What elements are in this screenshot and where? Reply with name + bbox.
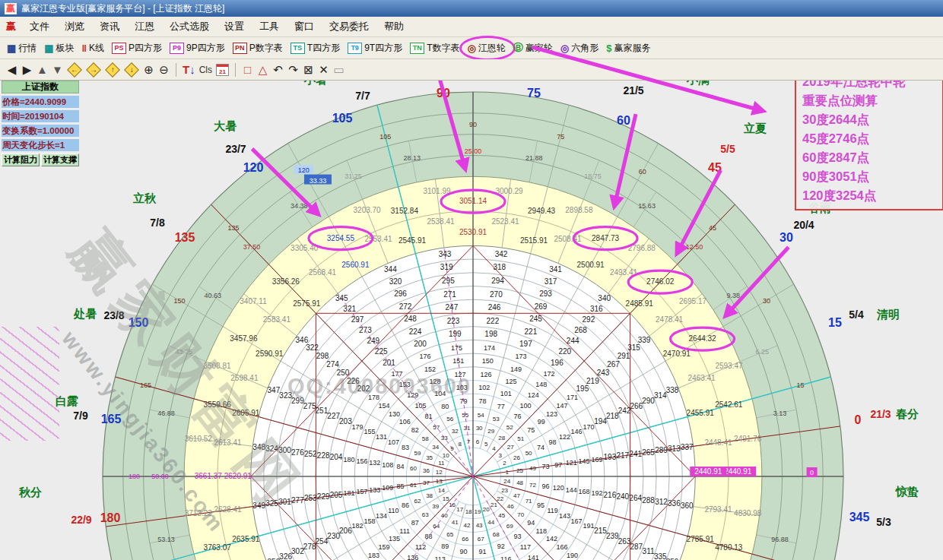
svg-text:147: 147 bbox=[556, 402, 567, 410]
panel-button-1[interactable]: 计算阻力 bbox=[2, 153, 40, 166]
svg-text:37: 37 bbox=[423, 479, 430, 486]
svg-text:312: 312 bbox=[655, 498, 668, 506]
cls-icon[interactable]: Cls bbox=[199, 65, 212, 75]
up-icon[interactable]: ▲ bbox=[37, 63, 48, 76]
svg-text:2568.41: 2568.41 bbox=[309, 268, 337, 277]
toolbar-button-t-square[interactable]: TST四方形 bbox=[288, 41, 342, 55]
svg-text:272: 272 bbox=[399, 302, 412, 311]
rect-tool-icon[interactable]: □ bbox=[242, 63, 253, 76]
svg-text:16: 16 bbox=[449, 501, 456, 508]
svg-text:2440.91: 2440.91 bbox=[694, 467, 722, 476]
screen-icon[interactable]: ▭ bbox=[333, 63, 344, 77]
wheel-outer-label: 立夏 bbox=[743, 122, 767, 134]
toolbar-button-hexagon[interactable]: ◎六角形 bbox=[558, 41, 601, 55]
toolbar-button-winner-wheel[interactable]: Ⓑ赢家轮 bbox=[511, 40, 555, 55]
xbox-icon[interactable]: ⊠ bbox=[303, 63, 314, 77]
annotation-line-7: 120度3254点 bbox=[802, 186, 936, 205]
svg-text:133: 133 bbox=[369, 486, 380, 494]
toolbar-label: 六角形 bbox=[571, 42, 599, 55]
svg-text:337: 337 bbox=[681, 443, 694, 451]
toolbar-button-p-table[interactable]: PNP数字表 bbox=[230, 41, 285, 55]
triangle-tool-icon[interactable]: △ bbox=[257, 63, 268, 77]
panel-button-2[interactable]: 计算支撑 bbox=[41, 153, 79, 166]
diamond-down-icon[interactable]: ↓ bbox=[124, 62, 139, 78]
menu-item-3[interactable]: 资讯 bbox=[92, 20, 127, 33]
svg-text:2485.91: 2485.91 bbox=[626, 299, 654, 308]
instrument-fields: 价格=2440.9099时间=20190104变换系数=1.00000周天变化步… bbox=[2, 96, 79, 151]
svg-text:314: 314 bbox=[654, 391, 667, 400]
svg-text:121: 121 bbox=[566, 459, 577, 467]
svg-text:2644.32: 2644.32 bbox=[689, 334, 717, 343]
hexagon-icon: ◎ bbox=[560, 43, 569, 54]
wheel-outer-label: 0 bbox=[855, 413, 862, 426]
wheel-outer-label: 15 bbox=[828, 316, 842, 329]
toolbar-button-gann-wheel[interactable]: ◎江恩轮 bbox=[465, 41, 508, 55]
svg-text:120: 120 bbox=[553, 484, 564, 492]
svg-text:302: 302 bbox=[291, 547, 304, 555]
annotation-line-4: 45度2746点 bbox=[802, 129, 936, 148]
zoom-in-icon[interactable]: ⊕ bbox=[143, 63, 154, 77]
svg-text:106: 106 bbox=[399, 418, 411, 426]
svg-text:3203.70: 3203.70 bbox=[354, 206, 382, 214]
svg-text:153: 153 bbox=[399, 381, 411, 388]
toolbar-button-kline[interactable]: ‖K线 bbox=[80, 41, 106, 55]
menu-item-2[interactable]: 浏览 bbox=[57, 20, 92, 33]
svg-text:67: 67 bbox=[478, 536, 484, 543]
svg-text:72: 72 bbox=[529, 482, 536, 489]
forward-icon[interactable]: ▶ bbox=[21, 63, 33, 77]
menu-item-9[interactable]: 交易委托 bbox=[322, 20, 376, 33]
down-icon[interactable]: ▼ bbox=[52, 63, 63, 76]
svg-text:3051.14: 3051.14 bbox=[459, 197, 487, 205]
svg-text:225: 225 bbox=[375, 347, 388, 356]
menu-item-4[interactable]: 江恩 bbox=[127, 20, 162, 33]
svg-text:6: 6 bbox=[476, 438, 480, 445]
svg-text:3559.66: 3559.66 bbox=[204, 400, 232, 409]
toolbar-button-9p-square[interactable]: P99P四方形 bbox=[167, 41, 227, 55]
zoom-out-icon[interactable]: ⊖ bbox=[158, 63, 170, 77]
svg-text:108: 108 bbox=[382, 461, 393, 469]
svg-text:78: 78 bbox=[479, 397, 487, 405]
svg-text:278: 278 bbox=[303, 543, 316, 551]
svg-text:79: 79 bbox=[459, 397, 467, 405]
rotate-right-icon[interactable]: ↷ bbox=[287, 63, 299, 77]
svg-text:271: 271 bbox=[443, 290, 456, 299]
menu-item-1[interactable]: 文件 bbox=[22, 20, 57, 33]
toolbar-button-winner-service[interactable]: $赢家服务 bbox=[604, 41, 652, 55]
svg-text:2515.91: 2515.91 bbox=[520, 236, 548, 245]
svg-text:177: 177 bbox=[391, 370, 402, 378]
back-icon[interactable]: ◀ bbox=[6, 63, 17, 77]
menu-item-10[interactable]: 帮助 bbox=[376, 20, 411, 33]
svg-text:150: 150 bbox=[174, 297, 186, 305]
t-sort-icon[interactable]: T↓ bbox=[183, 63, 195, 76]
svg-text:250: 250 bbox=[337, 369, 350, 377]
svg-text:26: 26 bbox=[513, 454, 520, 461]
svg-text:130: 130 bbox=[389, 410, 400, 418]
svg-text:197: 197 bbox=[519, 340, 532, 348]
svg-text:7: 7 bbox=[467, 438, 471, 445]
toolbar-button-t-table[interactable]: TNT数字表 bbox=[408, 41, 462, 55]
toolbar-button-p-square[interactable]: PSP四方形 bbox=[110, 41, 164, 55]
menu-item-5[interactable]: 公式选股 bbox=[162, 20, 217, 33]
wheel-outer-label: 21/3 bbox=[870, 408, 891, 420]
svg-text:360: 360 bbox=[681, 501, 694, 510]
svg-text:206: 206 bbox=[339, 527, 352, 535]
diamond-up-icon[interactable]: ↑ bbox=[105, 62, 120, 78]
diamond-left-icon[interactable]: ← bbox=[67, 62, 82, 78]
toolbar-button-sectors[interactable]: ▦板块 bbox=[42, 41, 76, 55]
toolbar-label: K线 bbox=[89, 42, 104, 55]
svg-text:2898.58: 2898.58 bbox=[565, 206, 593, 214]
calendar-icon[interactable]: 21 bbox=[216, 64, 229, 76]
menu-item-6[interactable]: 设置 bbox=[217, 20, 252, 33]
toolbar-button-quotes[interactable]: ▦行情 bbox=[5, 41, 39, 55]
cross-select-icon[interactable]: ✕ bbox=[318, 63, 329, 77]
svg-text:35: 35 bbox=[426, 454, 433, 461]
svg-text:193: 193 bbox=[604, 453, 617, 461]
svg-text:229: 229 bbox=[317, 492, 330, 501]
menu-item-7[interactable]: 工具 bbox=[252, 20, 287, 33]
svg-text:1: 1 bbox=[505, 469, 509, 476]
svg-text:146: 146 bbox=[571, 428, 583, 435]
toolbar-button-9t-square[interactable]: T99T四方形 bbox=[345, 41, 405, 55]
rotate-left-icon[interactable]: ↶ bbox=[272, 63, 284, 77]
menu-item-8[interactable]: 窗口 bbox=[287, 20, 322, 33]
diamond-right-icon[interactable]: → bbox=[86, 62, 101, 78]
